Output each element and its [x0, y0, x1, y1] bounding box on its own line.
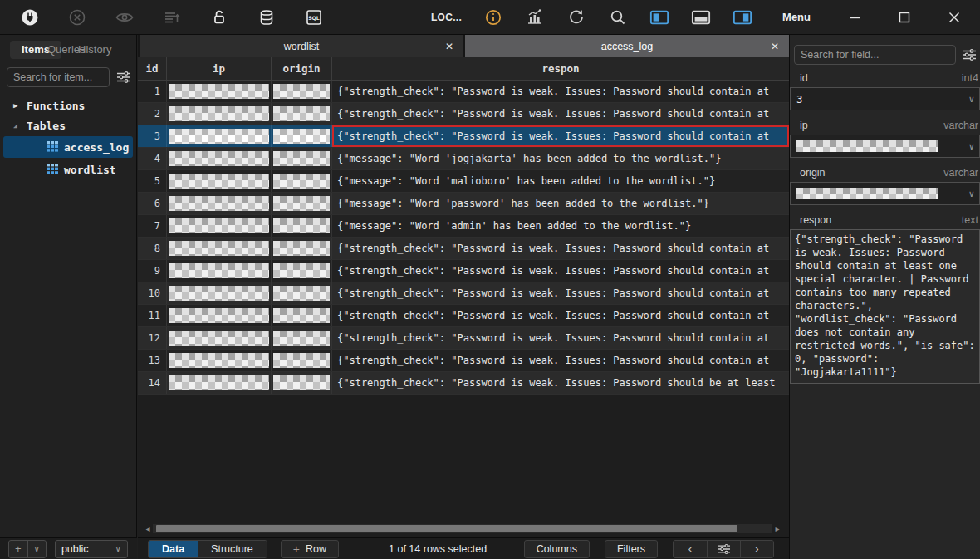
- column-header[interactable]: id: [138, 57, 167, 80]
- table-row[interactable]: 2 {"strength_check": "Password is weak. …: [138, 103, 789, 125]
- chevron-down-icon[interactable]: ∨: [968, 94, 974, 105]
- lock-open-icon[interactable]: [209, 7, 229, 27]
- cell-origin[interactable]: [272, 372, 332, 394]
- cell-ip[interactable]: [167, 81, 272, 102]
- filter-sliders-icon[interactable]: [962, 48, 977, 61]
- table-row[interactable]: 6 {"message": "Word 'password' has been …: [138, 193, 789, 215]
- tab-data[interactable]: Data: [149, 541, 198, 557]
- column-header[interactable]: ip: [167, 57, 272, 80]
- table-row[interactable]: 3 {"strength_check": "Password is weak. …: [138, 125, 789, 148]
- menu-button[interactable]: Menu: [774, 11, 819, 23]
- cell-ip[interactable]: [167, 170, 272, 192]
- cell-id[interactable]: 13: [138, 350, 167, 371]
- cell-respon[interactable]: {"message": "Word 'jogjakarta' has been …: [332, 148, 789, 169]
- cell-ip[interactable]: [167, 305, 272, 326]
- chevron-down-icon[interactable]: ∨: [968, 189, 974, 199]
- cell-origin[interactable]: [272, 170, 332, 192]
- eye-preview-icon[interactable]: [115, 7, 135, 27]
- cell-id[interactable]: 12: [138, 327, 167, 349]
- previous-page-button[interactable]: ‹: [674, 541, 707, 557]
- connection-plug-icon[interactable]: [20, 7, 40, 27]
- cell-origin[interactable]: [272, 125, 332, 147]
- cell-origin[interactable]: [272, 305, 332, 326]
- sql-file-icon[interactable]: SQL: [304, 7, 324, 27]
- scroll-left-arrow-icon[interactable]: ◂: [143, 524, 153, 533]
- filter-sliders-icon[interactable]: [116, 71, 131, 84]
- cell-origin[interactable]: [272, 327, 332, 349]
- database-icon[interactable]: [257, 7, 277, 27]
- scrollbar-thumb[interactable]: [156, 525, 737, 532]
- refresh-icon[interactable]: [566, 7, 586, 27]
- cell-id[interactable]: 9: [138, 260, 167, 282]
- chevron-down-icon[interactable]: ∨: [27, 541, 46, 557]
- cell-ip[interactable]: [167, 103, 272, 125]
- field-search-input[interactable]: [794, 45, 956, 65]
- table-row[interactable]: 5 {"message": "Word 'malioboro' has been…: [138, 170, 789, 193]
- cell-origin[interactable]: [272, 215, 332, 237]
- disconnect-icon[interactable]: [67, 7, 87, 27]
- filters-button[interactable]: Filters: [605, 540, 658, 558]
- sidebar-tab[interactable]: History: [78, 41, 111, 59]
- field-value-textarea[interactable]: {"strength_check": "Password is weak. Is…: [790, 229, 980, 384]
- cell-ip[interactable]: [167, 215, 272, 237]
- cell-respon[interactable]: {"strength_check": "Password is weak. Is…: [332, 372, 789, 394]
- cell-respon[interactable]: {"message": "Word 'malioboro' has been a…: [332, 170, 789, 192]
- plus-icon[interactable]: +: [9, 541, 27, 557]
- column-header[interactable]: respon: [332, 57, 789, 80]
- sidebar-table-item[interactable]: access_log: [3, 136, 133, 158]
- chart-icon[interactable]: [525, 7, 545, 27]
- close-button[interactable]: [940, 6, 968, 29]
- document-tab[interactable]: access_log ✕: [465, 35, 789, 57]
- next-page-button[interactable]: ›: [740, 541, 773, 557]
- cell-origin[interactable]: [272, 238, 332, 259]
- scrollbar-track[interactable]: [153, 524, 772, 533]
- cell-id[interactable]: 4: [138, 148, 167, 169]
- scroll-right-arrow-icon[interactable]: ▸: [772, 524, 782, 533]
- cell-origin[interactable]: [272, 81, 332, 102]
- cell-respon[interactable]: {"strength_check": "Password is weak. Is…: [332, 238, 789, 259]
- cell-ip[interactable]: [167, 327, 272, 349]
- cell-id[interactable]: 3: [138, 125, 167, 147]
- cell-respon[interactable]: {"strength_check": "Password is weak. Is…: [332, 260, 789, 282]
- tree-group-tables[interactable]: ◢ Tables: [0, 115, 136, 135]
- tab-structure[interactable]: Structure: [198, 541, 267, 557]
- cell-respon[interactable]: {"strength_check": "Password is weak. Is…: [332, 327, 789, 349]
- table-row[interactable]: 9 {"strength_check": "Password is weak. …: [138, 260, 789, 282]
- cell-origin[interactable]: [272, 260, 332, 282]
- table-row[interactable]: 13 {"strength_check": "Password is weak.…: [138, 350, 789, 372]
- cell-ip[interactable]: [167, 350, 272, 371]
- add-row-button[interactable]: + Row: [281, 540, 339, 558]
- table-row[interactable]: 7 {"message": "Word 'admin' has been add…: [138, 215, 789, 238]
- add-item-split-button[interactable]: + ∨: [8, 540, 47, 558]
- chevron-down-icon[interactable]: ∨: [968, 141, 974, 152]
- minimize-button[interactable]: [840, 6, 869, 29]
- layout-right-panel-icon[interactable]: [733, 7, 752, 27]
- cell-origin[interactable]: [272, 148, 332, 169]
- cell-respon[interactable]: {"message": "Word 'password' has been ad…: [332, 193, 789, 214]
- cell-id[interactable]: 7: [138, 215, 167, 237]
- cell-respon[interactable]: {"strength_check": "Password is weak. Is…: [332, 103, 789, 125]
- layout-left-panel-icon[interactable]: [649, 7, 669, 27]
- field-value-input[interactable]: 3∨: [790, 87, 980, 110]
- info-icon[interactable]: [483, 7, 503, 27]
- cell-id[interactable]: 2: [138, 103, 167, 125]
- cell-id[interactable]: 14: [138, 372, 167, 394]
- close-tab-icon[interactable]: ✕: [445, 41, 453, 52]
- page-settings-button[interactable]: [707, 541, 740, 557]
- table-row[interactable]: 11 {"strength_check": "Password is weak.…: [138, 305, 789, 327]
- cell-respon[interactable]: {"strength_check": "Password is weak. Is…: [332, 282, 789, 304]
- cell-ip[interactable]: [167, 282, 272, 304]
- table-row[interactable]: 10 {"strength_check": "Password is weak.…: [138, 282, 789, 305]
- cell-ip[interactable]: [167, 260, 272, 282]
- cell-respon[interactable]: {"strength_check": "Password is weak. Is…: [332, 305, 789, 326]
- cell-ip[interactable]: [167, 193, 272, 214]
- layout-bottom-panel-icon[interactable]: [691, 7, 711, 27]
- cell-ip[interactable]: [167, 125, 272, 147]
- cell-id[interactable]: 5: [138, 170, 167, 192]
- field-value-input[interactable]: ∨: [790, 182, 980, 205]
- cell-respon[interactable]: {"message": "Word 'admin' has been added…: [332, 215, 789, 237]
- cell-ip[interactable]: [167, 372, 272, 394]
- field-value-input[interactable]: ∨: [790, 135, 980, 158]
- cell-respon[interactable]: {"strength_check": "Password is weak. Is…: [332, 350, 789, 371]
- columns-button[interactable]: Columns: [524, 540, 590, 558]
